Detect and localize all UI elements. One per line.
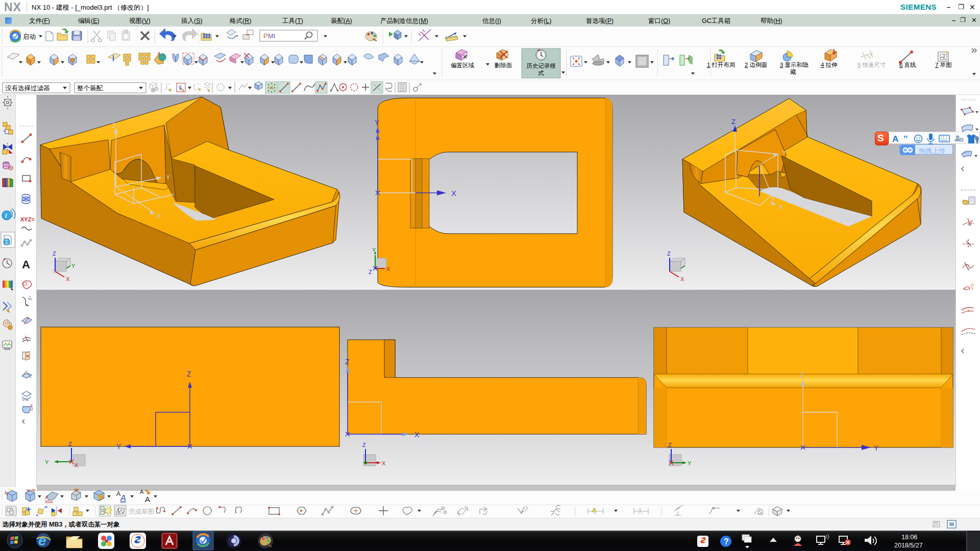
svg-text:X: X (414, 431, 420, 439)
svg-text:Y: Y (782, 148, 787, 156)
svg-text:1 打开布局: 1 打开布局 (707, 62, 736, 68)
svg-text:PMI: PMI (263, 32, 275, 40)
svg-text:2018/5/27: 2018/5/27 (894, 542, 923, 549)
svg-text:A: A (140, 489, 144, 495)
svg-text:藏: 藏 (790, 69, 796, 75)
svg-text:X: X (66, 276, 70, 282)
svg-text:Y: Y (166, 173, 170, 181)
svg-text:Z: Z (800, 371, 804, 379)
svg-text:Y: Y (71, 263, 76, 269)
svg-text:X: X (75, 462, 79, 468)
svg-text:V U: V U (22, 398, 29, 402)
svg-text:Z: Z (53, 251, 56, 257)
svg-text:A: A (145, 495, 150, 504)
svg-text:e: e (38, 533, 46, 548)
svg-text:Y: Y (45, 459, 49, 465)
svg-text:’’: ’’ (903, 135, 908, 143)
svg-text:没有选择过滤器: 没有选择过滤器 (5, 85, 50, 92)
svg-text:完成草图: 完成草图 (129, 508, 154, 515)
svg-text:5 快速尺寸: 5 快速尺寸 (857, 62, 886, 68)
svg-text:Z: Z (345, 358, 350, 366)
svg-text:整个装配: 整个装配 (77, 85, 103, 92)
svg-text:X: X (451, 189, 456, 197)
svg-text:Y: Y (688, 460, 692, 466)
svg-text:启动: 启动 (23, 33, 36, 40)
svg-text:A: A (22, 258, 30, 271)
svg-text:X: X (680, 276, 684, 282)
svg-text:18:06: 18:06 (901, 534, 917, 541)
svg-text:Z: Z (731, 118, 736, 126)
svg-text:2 边倒圆: 2 边倒圆 (745, 62, 767, 68)
svg-text:式: 式 (538, 70, 544, 76)
svg-text:X: X (157, 212, 161, 220)
svg-text:7 草图: 7 草图 (935, 62, 952, 68)
svg-text:偏置区域: 偏置区域 (451, 62, 475, 68)
svg-text:Y: Y (874, 444, 879, 452)
svg-text:Y: Y (372, 247, 376, 253)
svg-text:4 拉伸: 4 拉伸 (821, 62, 838, 68)
svg-text:Z: Z (668, 442, 672, 448)
svg-text:删除面: 删除面 (495, 62, 512, 68)
svg-text:Z: Z (362, 442, 366, 448)
svg-text:A: A (120, 494, 126, 503)
svg-text:Z: Z (112, 121, 116, 129)
svg-text:Z: Z (369, 269, 372, 275)
svg-text:3 显示和隐: 3 显示和隐 (780, 62, 808, 68)
svg-text:X: X (386, 266, 390, 272)
svg-text:Y: Y (375, 118, 380, 127)
svg-text:6 直线: 6 直线 (899, 62, 916, 68)
svg-text:?: ? (724, 537, 729, 546)
svg-text:Z: Z (187, 370, 191, 378)
svg-text:XYZ=: XYZ= (20, 216, 35, 222)
svg-text:X: X (779, 203, 783, 211)
svg-text:历史记录模: 历史记录模 (526, 63, 556, 69)
svg-text:Y: Y (116, 442, 121, 450)
svg-text:X: X (382, 460, 386, 466)
svg-text:A: A (116, 490, 120, 497)
svg-text:Z: Z (667, 251, 671, 257)
svg-text:A: A (892, 134, 898, 144)
svg-text:Z: Z (68, 441, 72, 447)
